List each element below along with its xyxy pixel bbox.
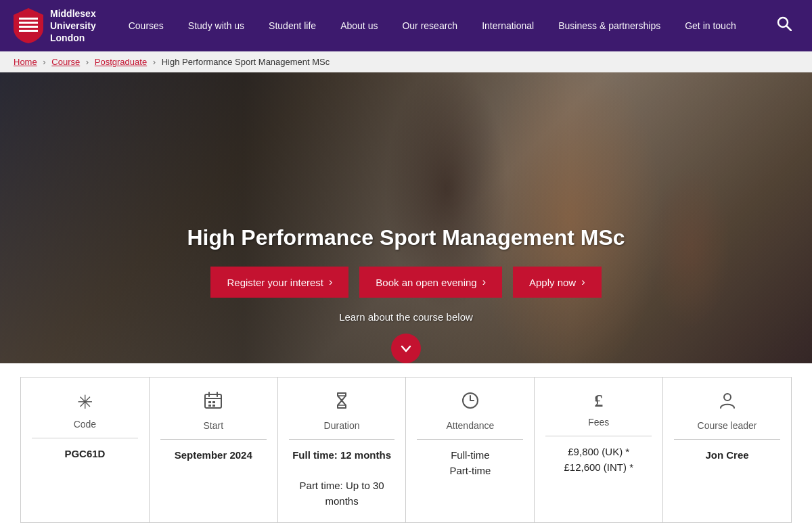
apply-now-label: Apply now xyxy=(529,277,576,288)
duration-icon xyxy=(289,391,395,415)
attendance-card: Attendance Full-timePart-time xyxy=(406,378,535,522)
course-leader-value: Jon Cree xyxy=(674,448,780,463)
hero-learn-text: Learn about the course below xyxy=(169,311,643,323)
nav-item-international[interactable]: International xyxy=(470,0,546,51)
search-icon[interactable] xyxy=(770,9,798,42)
svg-rect-2 xyxy=(19,26,38,28)
breadcrumb-home[interactable]: Home xyxy=(14,57,37,67)
svg-rect-13 xyxy=(212,405,215,407)
nav-item-business-partnerships[interactable]: Business & partnerships xyxy=(546,0,673,51)
fees-icon: £ xyxy=(545,391,652,411)
calendar-icon xyxy=(160,391,267,415)
apply-now-button[interactable]: Apply now › xyxy=(513,267,602,298)
nav-links: Courses Study with us Student life About… xyxy=(116,0,770,51)
fees-value: £9,800 (UK) *£12,600 (INT) * xyxy=(545,444,652,475)
breadcrumb-course[interactable]: Course xyxy=(51,57,80,67)
hero-section: High Performance Sport Management MSc Re… xyxy=(0,72,812,363)
nav-item-courses[interactable]: Courses xyxy=(116,0,176,51)
nav-item-study-with-us[interactable]: Study with us xyxy=(176,0,256,51)
chevron-down-icon xyxy=(400,342,412,355)
nav-item-get-in-touch[interactable]: Get in touch xyxy=(673,0,748,51)
start-card: Start September 2024 xyxy=(150,378,278,522)
nav-item-student-life[interactable]: Student life xyxy=(256,0,328,51)
hero-buttons: Register your interest › Book an open ev… xyxy=(169,267,643,298)
nav-item-our-research[interactable]: Our research xyxy=(390,0,470,51)
breadcrumb-sep1: › xyxy=(43,57,45,67)
breadcrumb-postgraduate[interactable]: Postgraduate xyxy=(95,57,147,67)
scroll-down-button[interactable] xyxy=(391,334,421,363)
attendance-value: Full-timePart-time xyxy=(417,448,523,478)
duration-card: Duration Full time: 12 months Part time:… xyxy=(278,378,407,522)
svg-line-5 xyxy=(787,26,792,31)
book-open-evening-label: Book an open evening xyxy=(376,277,476,288)
fees-label: Fees xyxy=(545,417,652,436)
svg-rect-12 xyxy=(208,405,211,407)
breadcrumb: Home › Course › Postgraduate › High Perf… xyxy=(0,51,812,72)
breadcrumb-sep3: › xyxy=(153,57,156,67)
person-icon xyxy=(674,391,780,415)
svg-rect-0 xyxy=(19,18,38,20)
info-cards: ✳ Code PGC61D Start September 2024 xyxy=(20,377,792,523)
nav-item-about-us[interactable]: About us xyxy=(328,0,390,51)
info-section: ✳ Code PGC61D Start September 2024 xyxy=(0,363,812,525)
duration-label: Duration xyxy=(289,420,395,440)
register-interest-button[interactable]: Register your interest › xyxy=(210,267,348,298)
attendance-label: Attendance xyxy=(417,420,523,440)
apply-now-arrow-icon: › xyxy=(581,276,585,288)
hero-title: High Performance Sport Management MSc xyxy=(169,225,643,250)
book-open-evening-arrow-icon: › xyxy=(482,276,486,288)
navigation: Middlesex University London Courses Stud… xyxy=(0,0,812,51)
logo-shield-icon xyxy=(14,8,43,43)
course-leader-card: Course leader Jon Cree xyxy=(663,378,791,522)
svg-point-17 xyxy=(724,394,731,401)
duration-value: Full time: 12 months Part time: Up to 30… xyxy=(289,448,395,509)
hero-content: High Performance Sport Management MSc Re… xyxy=(169,225,643,323)
code-value: PGC61D xyxy=(32,447,138,462)
fees-card: £ Fees £9,800 (UK) *£12,600 (INT) * xyxy=(535,378,663,522)
code-icon: ✳ xyxy=(32,391,138,413)
code-card: ✳ Code PGC61D xyxy=(21,378,150,522)
breadcrumb-sep2: › xyxy=(86,57,89,67)
register-interest-label: Register your interest xyxy=(227,277,323,288)
course-leader-label: Course leader xyxy=(674,420,780,440)
book-open-evening-button[interactable]: Book an open evening › xyxy=(359,267,502,298)
logo-text: Middlesex University London xyxy=(50,7,96,45)
svg-rect-10 xyxy=(208,401,211,403)
attendance-icon xyxy=(417,391,523,415)
breadcrumb-current: High Performance Sport Management MSc xyxy=(162,57,330,67)
register-interest-arrow-icon: › xyxy=(329,276,332,288)
logo-link[interactable]: Middlesex University London xyxy=(14,7,96,45)
svg-rect-3 xyxy=(19,30,38,32)
svg-rect-1 xyxy=(19,22,38,24)
svg-rect-11 xyxy=(212,401,215,403)
start-value: September 2024 xyxy=(160,448,267,463)
start-label: Start xyxy=(160,420,267,440)
code-label: Code xyxy=(32,419,138,438)
